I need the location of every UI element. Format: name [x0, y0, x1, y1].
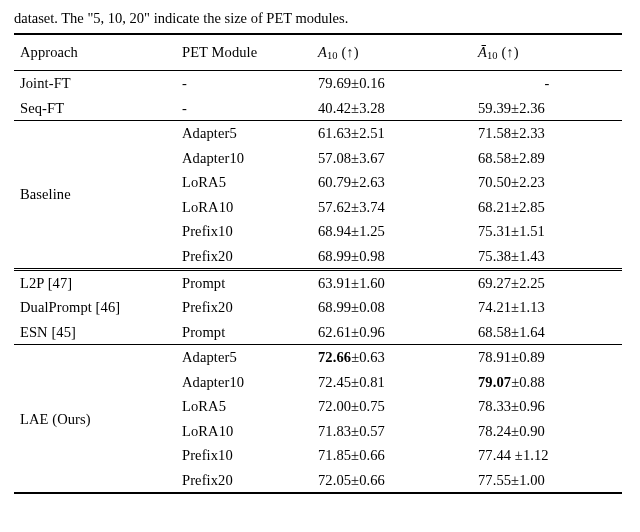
cell-module: Prefix20: [176, 468, 312, 493]
cell-a10: 71.83±0.57: [312, 419, 472, 443]
cell-a10: 72.66±0.63: [312, 345, 472, 370]
cell-module: Adapter5: [176, 345, 312, 370]
cell-abar: 77.44 ±1.12: [472, 443, 622, 467]
cell-module: LoRA10: [176, 419, 312, 443]
table-caption-fragment: dataset. The "5, 10, 20" indicate the si…: [14, 10, 626, 27]
cell-abar: 75.31±1.51: [472, 219, 622, 243]
cell-abar: 78.91±0.89: [472, 345, 622, 370]
table-row: LAE (Ours) Adapter5 72.66±0.63 78.91±0.8…: [14, 345, 622, 370]
cell-a10: 68.94±1.25: [312, 219, 472, 243]
cell-a10: 72.45±0.81: [312, 370, 472, 394]
cell-a10: 79.69±0.16: [312, 71, 472, 96]
cell-abar: 78.24±0.90: [472, 419, 622, 443]
cell-approach: DualPrompt [46]: [14, 295, 176, 319]
cell-module: Adapter5: [176, 121, 312, 146]
table-header-row: Approach PET Module A10 (↑) Ā10 (↑): [14, 34, 622, 71]
cell-abar: 68.58±1.64: [472, 320, 622, 345]
cell-approach: Joint-FT: [14, 71, 176, 96]
cell-module: Prefix10: [176, 443, 312, 467]
cell-a10: 68.99±0.98: [312, 244, 472, 270]
col-header-approach: Approach: [14, 34, 176, 71]
table-row: Joint-FT - 79.69±0.16 -: [14, 71, 622, 96]
cell-abar: 77.55±1.00: [472, 468, 622, 493]
cell-a10: 60.79±2.63: [312, 170, 472, 194]
cell-approach: L2P [47]: [14, 270, 176, 296]
cell-abar: 68.21±2.85: [472, 195, 622, 219]
cell-abar: 71.58±2.33: [472, 121, 622, 146]
cell-a10: 40.42±3.28: [312, 96, 472, 121]
cell-a10: 72.05±0.66: [312, 468, 472, 493]
table-row: Baseline Adapter5 61.63±2.51 71.58±2.33: [14, 121, 622, 146]
table-row: DualPrompt [46] Prefix20 68.99±0.08 74.2…: [14, 295, 622, 319]
cell-abar: 68.58±2.89: [472, 146, 622, 170]
table-row: ESN [45] Prompt 62.61±0.96 68.58±1.64: [14, 320, 622, 345]
cell-module: Prefix20: [176, 244, 312, 270]
cell-module: Adapter10: [176, 370, 312, 394]
cell-a10: 63.91±1.60: [312, 270, 472, 296]
cell-module: LoRA5: [176, 170, 312, 194]
cell-a10: 62.61±0.96: [312, 320, 472, 345]
results-table: Approach PET Module A10 (↑) Ā10 (↑) Join…: [14, 33, 622, 494]
cell-approach: LAE (Ours): [14, 345, 176, 493]
cell-a10: 61.63±2.51: [312, 121, 472, 146]
cell-abar: 75.38±1.43: [472, 244, 622, 270]
cell-a10: 72.00±0.75: [312, 394, 472, 418]
col-header-module: PET Module: [176, 34, 312, 71]
cell-module: -: [176, 96, 312, 121]
cell-a10: 57.62±3.74: [312, 195, 472, 219]
cell-approach: Seq-FT: [14, 96, 176, 121]
cell-abar: 78.33±0.96: [472, 394, 622, 418]
cell-abar: 70.50±2.23: [472, 170, 622, 194]
col-header-a10: A10 (↑): [312, 34, 472, 71]
cell-a10: 68.99±0.08: [312, 295, 472, 319]
cell-module: LoRA10: [176, 195, 312, 219]
col-header-abar: Ā10 (↑): [472, 34, 622, 71]
cell-abar: 69.27±2.25: [472, 270, 622, 296]
table-row: L2P [47] Prompt 63.91±1.60 69.27±2.25: [14, 270, 622, 296]
cell-module: Prompt: [176, 270, 312, 296]
cell-module: LoRA5: [176, 394, 312, 418]
cell-module: Adapter10: [176, 146, 312, 170]
cell-module: Prefix20: [176, 295, 312, 319]
cell-abar: 74.21±1.13: [472, 295, 622, 319]
cell-abar: 79.07±0.88: [472, 370, 622, 394]
cell-module: -: [176, 71, 312, 96]
cell-a10: 71.85±0.66: [312, 443, 472, 467]
cell-abar: -: [472, 71, 622, 96]
cell-a10: 57.08±3.67: [312, 146, 472, 170]
cell-abar: 59.39±2.36: [472, 96, 622, 121]
table-row: Seq-FT - 40.42±3.28 59.39±2.36: [14, 96, 622, 121]
cell-approach: ESN [45]: [14, 320, 176, 345]
cell-module: Prompt: [176, 320, 312, 345]
cell-module: Prefix10: [176, 219, 312, 243]
cell-approach: Baseline: [14, 121, 176, 270]
